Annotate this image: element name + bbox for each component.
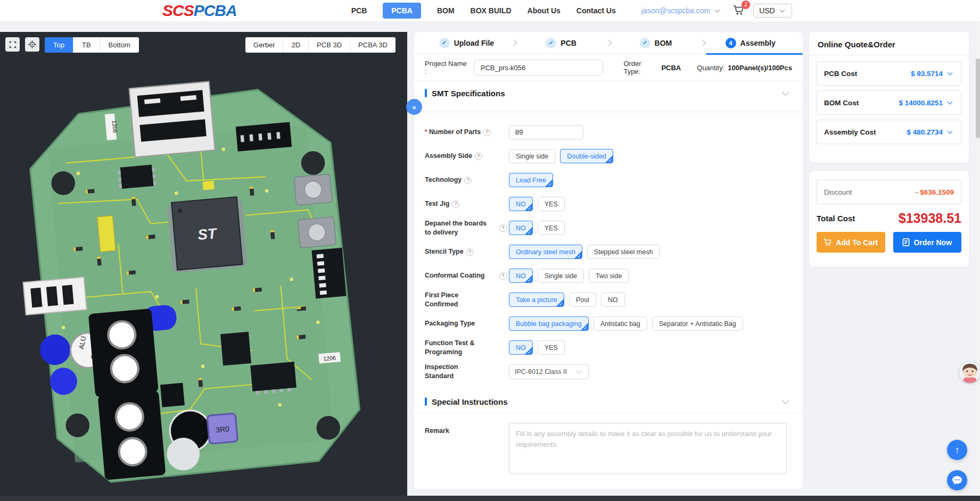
step-number: 4 xyxy=(726,38,736,48)
option-two-side[interactable]: Two side xyxy=(589,269,629,283)
currency-select[interactable]: USD xyxy=(753,4,792,18)
mode-tab-2d[interactable]: 2D xyxy=(283,37,309,53)
step-assembly[interactable]: 4Assembly xyxy=(707,38,793,48)
field-label-text: Technology xyxy=(425,176,462,184)
field-label-text: Stencil Type xyxy=(425,247,464,256)
option-antistatic-bag[interactable]: Antistatic bag xyxy=(594,316,647,331)
online-quote-card: Online Quote&Order PCB Cost$ 93.5714BOM … xyxy=(809,32,969,163)
option-bubble-bag-packaging[interactable]: Bubble bag packaging xyxy=(509,316,589,331)
step-bom[interactable]: ✓BOM xyxy=(613,38,699,48)
brand-logo[interactable]: SCSPCBA xyxy=(162,3,237,19)
logo-pcba: PCBA xyxy=(194,3,237,19)
step-upload-file[interactable]: ✓Upload File xyxy=(424,38,509,48)
nav-item-pcb[interactable]: PCB xyxy=(351,6,367,15)
action-buttons: Add To Cart Order Now xyxy=(817,232,961,253)
option-stepped-steel-mesh[interactable]: Stepped steel mesh xyxy=(587,245,660,259)
cost-label: PCB Cost xyxy=(824,70,857,78)
inspection-standard-select[interactable]: IPC-6012 Class II xyxy=(509,364,589,379)
view-button-bottom[interactable]: Bottom xyxy=(100,37,139,53)
scrollbar-thumb[interactable] xyxy=(976,59,980,138)
order-type-label: Order Type: xyxy=(623,60,658,76)
mode-tab-pcb-3d[interactable]: PCB 3D xyxy=(309,37,350,53)
nav-item-contact-us[interactable]: Contact Us xyxy=(577,6,616,15)
divider xyxy=(414,112,803,112)
field-controls: Take a picturePostNO xyxy=(509,293,625,307)
smt-collapse-chevron-icon[interactable] xyxy=(782,89,789,96)
help-icon[interactable]: ? xyxy=(499,272,507,280)
nav-item-pcba[interactable]: PCBA xyxy=(383,3,421,19)
option-take-a-picture[interactable]: Take a picture xyxy=(509,293,564,307)
select-value: IPC-6012 Class II xyxy=(515,368,567,375)
fullscreen-button[interactable] xyxy=(5,37,20,52)
collapse-panel-button[interactable]: « xyxy=(406,99,422,115)
option-no[interactable]: NO xyxy=(509,340,533,355)
special-collapse-chevron-icon[interactable] xyxy=(782,397,789,404)
cost-box-pcb-cost[interactable]: PCB Cost$ 93.5714 xyxy=(817,61,961,86)
number-of-parts-input[interactable] xyxy=(509,125,583,140)
nav-item-bom[interactable]: BOM xyxy=(437,6,455,15)
step-label: PCB xyxy=(561,39,577,47)
chevron-down-icon xyxy=(948,129,953,134)
order-document-icon xyxy=(902,238,910,246)
step-label: Assembly xyxy=(740,39,776,47)
field-label: *Number of Parts? xyxy=(425,128,509,136)
view-button-tb[interactable]: TB xyxy=(73,37,100,53)
smt-fields: *Number of Parts?Assembly Side?Single si… xyxy=(425,120,788,383)
divider xyxy=(414,81,803,81)
mode-tab-pcba-3d[interactable]: PCBA 3D xyxy=(350,37,396,53)
option-no[interactable]: NO xyxy=(601,293,625,307)
add-to-cart-button[interactable]: Add To Cart xyxy=(817,232,885,253)
help-icon[interactable]: ? xyxy=(452,201,459,208)
help-icon[interactable]: ? xyxy=(475,153,482,160)
option-yes[interactable]: YES xyxy=(538,221,565,235)
step-pcb[interactable]: ✓PCB xyxy=(518,38,604,48)
help-icon[interactable]: ? xyxy=(464,177,472,184)
project-name-input[interactable] xyxy=(474,60,604,76)
option-lead-free[interactable]: Lead Free xyxy=(509,173,553,187)
option-no[interactable]: NO xyxy=(509,197,533,211)
locate-button[interactable] xyxy=(25,37,39,52)
cost-box-bom-cost[interactable]: BOM Cost$ 14000.8251 xyxy=(817,90,961,115)
option-separator-antistatic-bag[interactable]: Separator + Antistatic Bag xyxy=(652,316,743,331)
order-now-button[interactable]: Order Now xyxy=(893,232,962,253)
option-ordinary-steel-mesh[interactable]: Ordinary steel mesh xyxy=(509,245,582,259)
help-icon[interactable]: ? xyxy=(483,129,491,136)
cart-button[interactable]: 2 xyxy=(733,5,745,17)
discount-box: Discount - $636.1509 xyxy=(817,180,961,204)
help-icon[interactable]: ? xyxy=(466,248,474,256)
pcb-board-render[interactable]: 1206 ST xyxy=(10,50,382,491)
field-controls: Ordinary steel meshStepped steel mesh xyxy=(509,245,660,259)
option-yes[interactable]: YES xyxy=(538,340,565,355)
nav-item-about-us[interactable]: About Us xyxy=(528,6,561,15)
remark-label: Remark xyxy=(425,423,509,435)
option-double-sided[interactable]: Double-sided xyxy=(560,149,613,163)
cost-box-assembly-cost[interactable]: Assembly Cost$ 480.2734 xyxy=(817,120,961,144)
required-asterisk: * xyxy=(425,128,427,136)
option-single-side[interactable]: Single side xyxy=(538,269,584,283)
field-controls: Single sideDouble-sided xyxy=(509,149,613,163)
scroll-to-top-button[interactable]: ↑ xyxy=(947,440,967,460)
mode-tab-gerber[interactable]: Gerber xyxy=(245,37,283,53)
option-yes[interactable]: YES xyxy=(538,197,565,211)
support-avatar[interactable] xyxy=(959,362,980,383)
chat-support-button[interactable] xyxy=(947,470,967,490)
option-post[interactable]: Post xyxy=(569,293,596,307)
nav-account-area: jason@scspcba.com 2 USD xyxy=(641,4,792,18)
field-row-function-test-programing: Function Test & ProgramingNOYES xyxy=(425,336,788,360)
account-chevron-down-icon[interactable] xyxy=(715,7,720,13)
option-no[interactable]: NO xyxy=(509,269,533,283)
option-no[interactable]: NO xyxy=(509,221,533,235)
account-email[interactable]: jason@scspcba.com xyxy=(641,6,710,15)
field-row-technology: Technology?Lead Free xyxy=(425,168,788,192)
view-button-top[interactable]: Top xyxy=(45,37,73,53)
top-navbar: SCSPCBA PCBPCBABOMBOX BUILDAbout UsConta… xyxy=(0,0,980,21)
totals-card: Discount - $636.1509 Total Cost $13938.5… xyxy=(809,171,969,267)
option-single-side[interactable]: Single side xyxy=(509,149,555,163)
remark-textarea[interactable] xyxy=(509,423,787,474)
field-row-first-piece-confirmed: First Piece ConfirmedTake a picturePostN… xyxy=(425,288,788,312)
logo-scs: SCS xyxy=(162,3,194,19)
smt-section-title: SMT Specifications xyxy=(432,89,783,98)
help-icon[interactable]: ? xyxy=(499,224,507,232)
page-scrollbar[interactable] xyxy=(976,21,980,496)
nav-item-box-build[interactable]: BOX BUILD xyxy=(471,6,512,15)
